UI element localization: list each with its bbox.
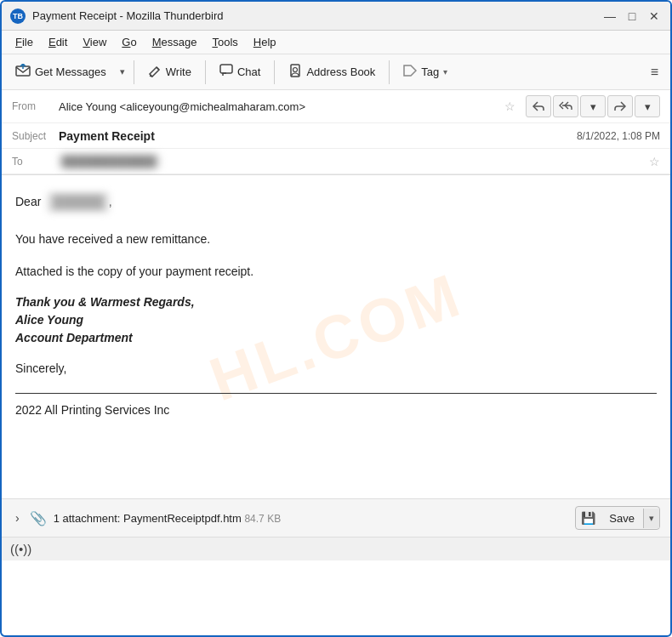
write-icon <box>148 64 162 80</box>
chat-button[interactable]: Chat <box>211 60 269 84</box>
toolbar: Get Messages ▾ Write Chat Address Book T… <box>2 54 670 90</box>
save-dropdown-button[interactable]: ▾ <box>643 509 659 528</box>
attachment-bar: › 📎 1 attachment: PaymentReceiptpdf.htm … <box>2 498 670 537</box>
expand-attachments-button[interactable]: › <box>12 509 23 526</box>
tag-icon <box>403 65 417 79</box>
to-blurred: ████████████ <box>59 155 160 168</box>
status-bar: ((•)) <box>2 537 670 560</box>
menu-bar: File Edit View Go Message Tools Help <box>2 31 670 54</box>
menu-file[interactable]: File <box>9 33 40 51</box>
menu-tools[interactable]: Tools <box>205 33 244 51</box>
minimize-button[interactable]: — <box>602 9 618 24</box>
to-label: To <box>12 156 59 168</box>
to-row: To ████████████ ☆ <box>2 149 670 174</box>
reply-dropdown-button[interactable]: ▾ <box>580 95 606 117</box>
chat-label: Chat <box>237 65 260 78</box>
dear-paragraph: Dear ██████, <box>15 192 657 213</box>
svg-line-2 <box>157 67 159 70</box>
from-value: Alice Young <aliceyoung@michealmaharam.c… <box>59 100 499 113</box>
maximize-button[interactable]: □ <box>624 9 640 24</box>
forward-dropdown-button[interactable]: ▾ <box>635 95 660 117</box>
svg-point-6 <box>293 68 298 72</box>
save-label[interactable]: Save <box>601 508 643 529</box>
closing-line-1: Thank you & Warmest Regards, <box>15 295 195 309</box>
closing-block: Thank you & Warmest Regards, Alice Young… <box>15 293 657 347</box>
attachment-size: 84.7 KB <box>244 513 281 525</box>
dear-label: Dear <box>15 195 41 208</box>
toolbar-separator-3 <box>274 60 275 84</box>
tag-label: Tag <box>421 65 439 78</box>
footer-divider <box>15 393 657 394</box>
title-bar: TB Payment Receipt - Mozilla Thunderbird… <box>2 2 670 31</box>
subject-label: Subject <box>12 130 59 142</box>
toolbar-separator-1 <box>134 60 134 84</box>
paragraph-1: You have received a new remittance. <box>15 230 657 250</box>
wifi-icon: ((•)) <box>10 542 31 556</box>
dear-name: ██████ <box>48 192 109 213</box>
subject-value: Payment Receipt <box>59 129 577 143</box>
address-book-label: Address Book <box>306 65 375 78</box>
svg-line-3 <box>150 76 152 77</box>
to-star-icon[interactable]: ☆ <box>649 155 660 168</box>
closing-line-2: Alice Young <box>15 313 83 327</box>
menu-view[interactable]: View <box>76 33 113 51</box>
closing-line-3: Account Department <box>15 331 133 344</box>
window-title: Payment Receipt - Mozilla Thunderbird <box>32 9 602 22</box>
attachment-count: 1 attachment: <box>54 512 121 525</box>
reply-all-button[interactable] <box>553 95 578 117</box>
from-star-icon[interactable]: ☆ <box>504 100 515 113</box>
tag-button[interactable]: Tag ▾ <box>395 60 456 83</box>
svg-rect-4 <box>220 65 232 73</box>
menu-edit[interactable]: Edit <box>42 33 74 51</box>
reply-button[interactable] <box>526 95 551 117</box>
app-icon: TB <box>10 9 26 24</box>
from-label: From <box>12 100 59 112</box>
address-book-button[interactable]: Address Book <box>280 60 384 84</box>
close-button[interactable]: ✕ <box>646 9 662 24</box>
email-body: HL.COM Dear ██████, You have received a … <box>2 175 670 498</box>
email-date: 8/1/2022, 1:08 PM <box>577 130 660 142</box>
get-messages-icon <box>15 64 31 80</box>
save-attachment-button[interactable]: 💾 Save ▾ <box>575 506 660 530</box>
paragraph-2: Attached is the copy of your payment rec… <box>15 262 657 282</box>
forward-button[interactable] <box>607 95 633 117</box>
window-controls: — □ ✕ <box>602 9 662 24</box>
write-button[interactable]: Write <box>140 60 200 84</box>
get-messages-label: Get Messages <box>35 65 106 78</box>
email-content: Dear ██████, You have received a new rem… <box>15 192 657 421</box>
address-book-icon <box>288 64 302 80</box>
toolbar-separator-4 <box>389 60 390 84</box>
reply-buttons: ▾ ▾ <box>526 95 660 117</box>
menu-go[interactable]: Go <box>115 33 143 51</box>
footer-text: 2022 All Printing Services Inc <box>15 401 657 421</box>
get-messages-dropdown[interactable]: ▾ <box>117 62 128 82</box>
chat-icon <box>219 64 233 80</box>
attachment-info: 1 attachment: PaymentReceiptpdf.htm 84.7… <box>54 512 569 525</box>
to-value: ████████████ <box>59 155 644 168</box>
save-icon: 💾 <box>576 507 601 529</box>
sincerely: Sincerely, <box>15 359 657 379</box>
subject-row: Subject Payment Receipt 8/1/2022, 1:08 P… <box>2 123 670 149</box>
menu-help[interactable]: Help <box>247 33 283 51</box>
from-row: From Alice Young <aliceyoung@michealmaha… <box>2 90 670 123</box>
tag-dropdown-icon: ▾ <box>443 67 447 77</box>
email-header: From Alice Young <aliceyoung@michealmaha… <box>2 90 670 175</box>
menu-message[interactable]: Message <box>145 33 204 51</box>
get-messages-button[interactable]: Get Messages <box>7 60 115 84</box>
write-label: Write <box>166 65 191 78</box>
attachment-filename: PaymentReceiptpdf.htm <box>123 512 242 525</box>
hamburger-menu-button[interactable]: ≡ <box>644 60 665 84</box>
toolbar-separator-2 <box>205 60 206 84</box>
paperclip-icon: 📎 <box>30 510 47 526</box>
